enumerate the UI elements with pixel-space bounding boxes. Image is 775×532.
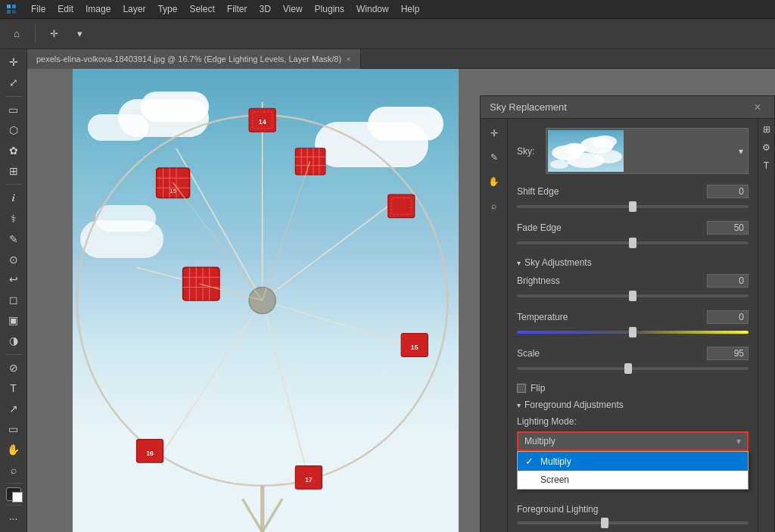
dialog-brush-tool[interactable]: ✎ (484, 147, 505, 168)
more-options-button[interactable]: ▾ (69, 23, 90, 45)
pen-tool[interactable]: ⊘ (3, 359, 24, 378)
temperature-input[interactable] (707, 310, 749, 324)
lighting-mode-button[interactable]: Multiply ▾ (517, 431, 749, 451)
foreground-lighting-track (517, 521, 749, 524)
menu-plugins[interactable]: Plugins (309, 0, 350, 19)
dialog-zoom-tool[interactable]: ⌕ (484, 195, 505, 216)
dialog-close-button[interactable]: × (750, 100, 765, 115)
rectangle-tool[interactable]: ▭ (3, 419, 24, 438)
shift-edge-input[interactable] (707, 185, 749, 198)
eraser-tool[interactable]: ◻ (3, 291, 24, 310)
svg-rect-2 (7, 10, 11, 14)
zoom-tool[interactable]: ⌕ (3, 460, 24, 479)
canvas-tab-close[interactable]: × (346, 49, 350, 69)
rectangular-marquee-tool[interactable]: ▭ (3, 101, 24, 120)
brightness-thumb[interactable] (629, 291, 636, 301)
type-tool[interactable]: T (3, 379, 24, 398)
menu-select[interactable]: Select (183, 0, 220, 19)
brightness-track (517, 294, 749, 297)
menu-bar: File Edit Image Layer Type Select Filter… (0, 0, 775, 19)
brightness-input[interactable] (707, 274, 749, 288)
menu-image[interactable]: Image (79, 0, 117, 19)
shift-edge-track (517, 205, 749, 208)
dialog-hand-tool[interactable]: ✋ (484, 171, 505, 192)
brightness-row: Brightness (517, 274, 749, 288)
lighting-mode-row: Lighting Mode: (517, 416, 749, 427)
svg-line-6 (263, 300, 415, 347)
adjustment-icon[interactable]: ⚙ (760, 141, 773, 154)
menu-file[interactable]: File (25, 0, 51, 19)
foreground-color[interactable] (6, 487, 21, 501)
fade-edge-slider[interactable] (517, 238, 749, 248)
menu-edit[interactable]: Edit (51, 0, 79, 19)
tool-separator-5 (5, 505, 22, 506)
move-tool[interactable]: ✛ (3, 53, 24, 72)
temperature-thumb[interactable] (629, 327, 636, 338)
scale-input[interactable] (707, 347, 749, 360)
svg-text:17: 17 (305, 476, 313, 484)
gradient-tool[interactable]: ▣ (3, 311, 24, 330)
shift-edge-thumb[interactable] (629, 201, 636, 212)
fade-edge-track (517, 241, 749, 244)
check-icon: ✓ (525, 456, 536, 467)
lasso-tool[interactable]: ⬡ (3, 121, 24, 140)
menu-help[interactable]: Help (395, 0, 426, 19)
clone-stamp-tool[interactable]: ⊙ (3, 250, 24, 269)
flip-checkbox[interactable] (517, 384, 526, 393)
temperature-slider-row (517, 327, 749, 338)
home-button[interactable]: ⌂ (6, 23, 27, 45)
sky-adjustments-header[interactable]: ▾ Sky Adjustments (517, 257, 749, 268)
panels-icon[interactable]: ⊞ (760, 123, 773, 136)
main-content: ✛ ⤢ ▭ ⬡ ✿ ⊞ 𝒊 ⚕ ✎ ⊙ ↩ ◻ ▣ ◑ ⊘ T ↗ ▭ ✋ ⌕ … (0, 49, 775, 532)
more-tools[interactable]: ··· (3, 509, 24, 528)
foreground-lighting-thumb[interactable] (601, 518, 608, 528)
svg-text:14: 14 (259, 118, 266, 126)
shift-edge-slider[interactable] (517, 201, 749, 212)
scale-row: Scale (517, 347, 749, 360)
scale-thumb[interactable] (624, 363, 632, 374)
spot-healing-tool[interactable]: ⚕ (3, 209, 24, 228)
menu-3d[interactable]: 3D (253, 0, 276, 19)
sky-adjust-arrow-icon: ▾ (517, 259, 521, 267)
menu-layer[interactable]: Layer (117, 0, 151, 19)
eyedropper-tool[interactable]: 𝒊 (3, 188, 24, 207)
sky-thumbnail-button[interactable]: ▾ (546, 128, 749, 174)
fade-edge-label: Fade Edge (517, 222, 707, 233)
canvas-tab-item[interactable]: pexels-elina-volkova-18403914.jpg @ 16.7… (27, 49, 361, 69)
history-brush-tool[interactable]: ↩ (3, 270, 24, 289)
brush-tool[interactable]: ✎ (3, 229, 24, 248)
dialog-content: Sky: (508, 119, 758, 532)
transform-tool[interactable]: ⤢ (3, 73, 24, 92)
svg-line-8 (163, 300, 262, 453)
lighting-option-screen[interactable]: Screen (518, 471, 748, 489)
menu-type[interactable]: Type (151, 0, 183, 19)
type-icon[interactable]: T (760, 159, 773, 173)
path-select-tool[interactable]: ↗ (3, 399, 24, 418)
svg-rect-38 (295, 148, 325, 175)
lighting-mode-selected-value: Multiply (524, 436, 556, 446)
move-tool-button[interactable]: ✛ (43, 23, 64, 45)
brightness-slider[interactable] (517, 291, 749, 301)
dodge-tool[interactable]: ◑ (3, 331, 24, 350)
temperature-slider[interactable] (517, 327, 749, 338)
canvas-viewport[interactable]: 14 15 (27, 69, 775, 532)
menu-window[interactable]: Window (350, 0, 395, 19)
svg-text:15: 15 (170, 188, 176, 194)
dialog-move-tool[interactable]: ✛ (484, 123, 505, 144)
crop-tool[interactable]: ⊞ (3, 162, 24, 181)
dialog-header: Sky Replacement × (481, 96, 774, 119)
hand-tool[interactable]: ✋ (3, 440, 24, 459)
foreground-lighting-slider[interactable] (517, 518, 749, 528)
canvas-area: pexels-elina-volkova-18403914.jpg @ 16.7… (27, 49, 775, 532)
menu-filter[interactable]: Filter (221, 0, 254, 19)
menu-view[interactable]: View (277, 0, 309, 19)
foreground-adjustments-header[interactable]: ▾ Foreground Adjustments (517, 400, 749, 410)
lighting-option-multiply[interactable]: ✓ Multiply (518, 452, 748, 471)
scale-track (517, 367, 749, 370)
scale-slider[interactable] (517, 363, 749, 374)
svg-text:15: 15 (411, 344, 419, 351)
quick-select-tool[interactable]: ✿ (3, 142, 24, 160)
fade-edge-input[interactable] (707, 221, 749, 235)
fade-edge-thumb[interactable] (629, 238, 636, 248)
flip-row: Flip (517, 383, 749, 394)
